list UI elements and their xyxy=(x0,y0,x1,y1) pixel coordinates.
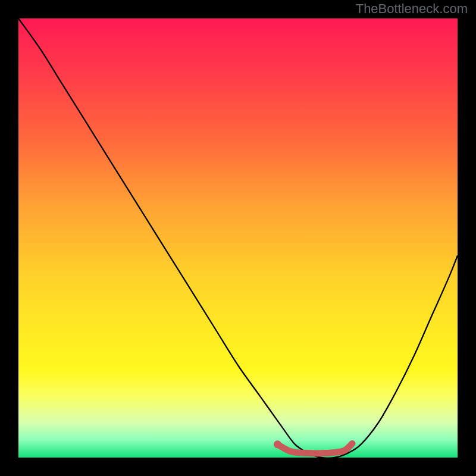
optimal-range-start-dot xyxy=(274,440,281,448)
bottleneck-curve xyxy=(18,18,458,458)
optimal-range-highlight xyxy=(277,443,352,453)
chart-svg xyxy=(18,18,458,458)
watermark-text: TheBottleneck.com xyxy=(356,1,468,17)
